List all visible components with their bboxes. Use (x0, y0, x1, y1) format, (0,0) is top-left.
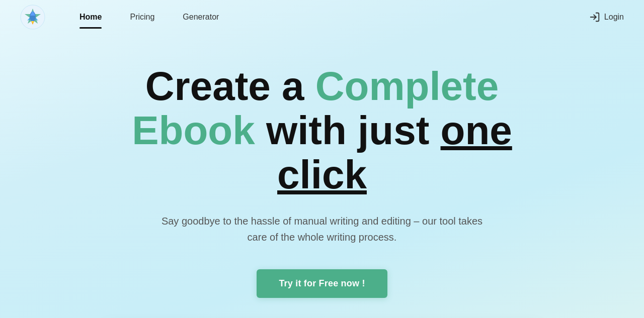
cta-button[interactable]: Try it for Free now ! (257, 269, 387, 298)
nav-generator[interactable]: Generator (169, 2, 233, 33)
navbar: Home Pricing Generator Login (0, 0, 644, 34)
hero-title-part2: with just (255, 108, 441, 153)
hero-subtitle: Say goodbye to the hassle of manual writ… (151, 213, 493, 245)
nav-pricing[interactable]: Pricing (116, 2, 169, 33)
login-button[interactable]: Login (589, 12, 624, 23)
logo-icon (20, 5, 45, 30)
nav-home[interactable]: Home (65, 2, 116, 33)
hero-section: Create a Complete Ebook with just onecli… (0, 34, 644, 318)
login-icon (589, 12, 600, 23)
hero-title-part1: Create a (145, 64, 315, 109)
nav-links: Home Pricing Generator (65, 2, 589, 33)
logo[interactable] (20, 5, 45, 30)
login-label: Login (604, 13, 624, 22)
hero-title: Create a Complete Ebook with just onecli… (80, 64, 564, 197)
